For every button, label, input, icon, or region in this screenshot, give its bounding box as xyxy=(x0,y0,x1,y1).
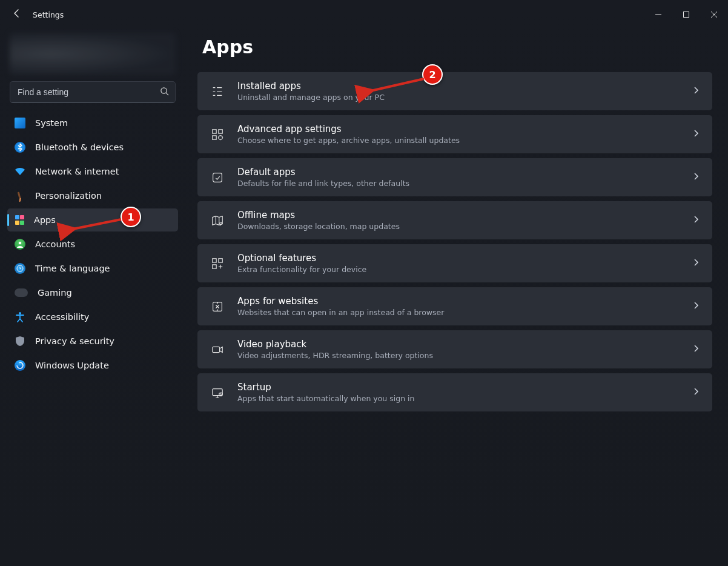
system-icon xyxy=(15,118,25,128)
window-controls xyxy=(644,5,728,24)
card-desc: Video adjustments, HDR streaming, batter… xyxy=(237,351,680,360)
svg-rect-0 xyxy=(684,12,689,18)
card-desc: Websites that can open in an app instead… xyxy=(237,308,680,317)
user-card[interactable] xyxy=(10,33,176,75)
sidebar-item-label: Accounts xyxy=(35,239,75,249)
svg-rect-8 xyxy=(213,135,216,139)
card-desc: Extra functionality for your device xyxy=(237,265,680,274)
update-icon xyxy=(15,360,25,371)
back-button[interactable] xyxy=(12,8,22,21)
svg-rect-14 xyxy=(213,264,216,268)
page-title: Apps xyxy=(202,36,712,58)
sidebar: System Bluetooth & devices Network & int… xyxy=(0,29,185,566)
search-input[interactable] xyxy=(16,87,154,98)
sidebar-item-system[interactable]: System xyxy=(7,112,178,135)
card-installed-apps[interactable]: Installed apps Uninstall and manage apps… xyxy=(197,72,712,110)
card-advanced-app-settings[interactable]: Advanced app settings Choose where to ge… xyxy=(197,115,712,153)
gamepad-icon xyxy=(15,288,28,297)
card-title: Offline maps xyxy=(237,210,680,221)
sidebar-item-accessibility[interactable]: Accessibility xyxy=(7,305,178,328)
search-box[interactable] xyxy=(10,81,176,103)
sidebar-item-accounts[interactable]: Accounts xyxy=(7,233,178,256)
chevron-right-icon xyxy=(692,301,700,312)
sidebar-item-label: Network & internet xyxy=(35,167,119,176)
svg-point-5 xyxy=(19,312,21,315)
card-optional-features[interactable]: Optional features Extra functionality fo… xyxy=(197,244,712,282)
default-apps-icon xyxy=(210,171,225,184)
card-title: Apps for websites xyxy=(237,296,680,307)
bluetooth-icon xyxy=(15,142,25,153)
chevron-right-icon xyxy=(692,85,700,97)
card-desc: Uninstall and manage apps on your PC xyxy=(237,93,680,102)
shield-icon xyxy=(15,336,25,347)
advanced-settings-icon xyxy=(210,128,225,141)
sidebar-item-gaming[interactable]: Gaming xyxy=(7,281,178,304)
optional-features-icon xyxy=(210,257,225,270)
svg-point-1 xyxy=(161,87,167,93)
wifi-icon xyxy=(15,166,25,177)
card-desc: Choose where to get apps, archive apps, … xyxy=(237,136,680,145)
titlebar: Settings xyxy=(0,0,728,29)
paintbrush-icon xyxy=(12,188,27,203)
maximize-button[interactable] xyxy=(672,5,700,24)
sidebar-item-bluetooth[interactable]: Bluetooth & devices xyxy=(7,136,178,159)
card-title: Startup xyxy=(237,382,680,393)
sidebar-item-personalization[interactable]: Personalization xyxy=(7,184,178,207)
sidebar-item-privacy[interactable]: Privacy & security xyxy=(7,330,178,353)
svg-rect-6 xyxy=(213,129,216,133)
svg-rect-13 xyxy=(219,258,222,262)
card-title: Video playback xyxy=(237,339,680,350)
sidebar-item-update[interactable]: Windows Update xyxy=(7,354,178,377)
apps-websites-icon xyxy=(210,300,225,313)
svg-rect-10 xyxy=(213,173,222,182)
minimize-button[interactable] xyxy=(644,5,672,24)
card-title: Optional features xyxy=(237,253,680,264)
card-startup[interactable]: Startup Apps that start automatically wh… xyxy=(197,373,712,411)
svg-point-11 xyxy=(220,222,222,224)
clock-icon xyxy=(15,263,25,274)
apps-icon xyxy=(15,215,24,225)
card-title: Advanced app settings xyxy=(237,124,680,135)
search-icon xyxy=(160,87,169,98)
person-icon xyxy=(15,239,25,250)
chevron-right-icon xyxy=(692,215,700,226)
sidebar-item-time[interactable]: Time & language xyxy=(7,257,178,280)
svg-rect-2 xyxy=(18,192,21,198)
card-video-playback[interactable]: Video playback Video adjustments, HDR st… xyxy=(197,330,712,368)
card-apps-for-websites[interactable]: Apps for websites Websites that can open… xyxy=(197,287,712,325)
chevron-right-icon xyxy=(692,258,700,269)
sidebar-item-label: System xyxy=(35,118,68,128)
card-title: Default apps xyxy=(237,167,680,178)
sidebar-item-network[interactable]: Network & internet xyxy=(7,160,178,183)
sidebar-item-label: Privacy & security xyxy=(35,336,114,346)
svg-rect-16 xyxy=(213,347,220,352)
sidebar-item-label: Apps xyxy=(34,215,56,225)
close-button[interactable] xyxy=(700,5,728,24)
card-title: Installed apps xyxy=(237,81,680,92)
card-offline-maps[interactable]: Offline maps Downloads, storage location… xyxy=(197,201,712,239)
installed-apps-icon xyxy=(210,85,225,98)
sidebar-item-label: Windows Update xyxy=(35,361,109,370)
accessibility-icon xyxy=(15,311,25,322)
svg-rect-7 xyxy=(219,129,222,133)
sidebar-item-label: Time & language xyxy=(35,264,110,273)
card-default-apps[interactable]: Default apps Defaults for file and link … xyxy=(197,158,712,196)
card-desc: Defaults for file and link types, other … xyxy=(237,179,680,188)
chevron-right-icon xyxy=(692,344,700,355)
svg-point-3 xyxy=(19,242,22,245)
svg-point-9 xyxy=(219,135,222,139)
chevron-right-icon xyxy=(692,387,700,398)
sidebar-nav: System Bluetooth & devices Network & int… xyxy=(7,112,178,377)
card-desc: Apps that start automatically when you s… xyxy=(237,394,680,403)
sidebar-item-apps[interactable]: Apps xyxy=(7,208,178,231)
chevron-right-icon xyxy=(692,128,700,140)
window-title: Settings xyxy=(33,10,64,19)
sidebar-item-label: Gaming xyxy=(38,288,72,298)
sidebar-item-label: Accessibility xyxy=(35,312,89,322)
video-icon xyxy=(210,343,225,356)
map-icon xyxy=(210,214,225,227)
card-desc: Downloads, storage location, map updates xyxy=(237,222,680,231)
main-content: Apps Installed apps Uninstall and manage… xyxy=(185,29,728,566)
sidebar-item-label: Personalization xyxy=(35,191,102,201)
svg-rect-12 xyxy=(213,258,216,262)
